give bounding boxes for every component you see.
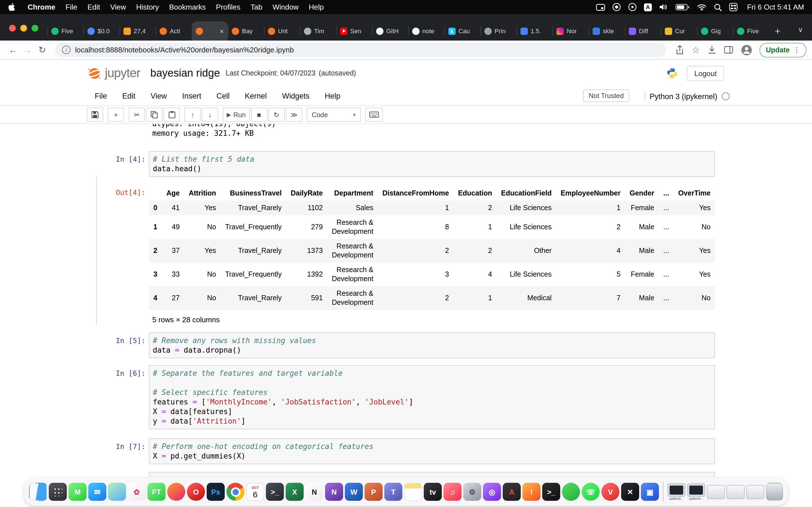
photos-dock-icon[interactable]: ✿ <box>128 483 146 501</box>
x-app-dock-icon[interactable]: ✕ <box>621 483 639 501</box>
browser-tab[interactable]: Bay <box>228 21 264 41</box>
warning-app-dock-icon[interactable]: ! <box>522 483 541 501</box>
vivaldi-dock-icon[interactable]: V <box>601 483 619 501</box>
cell-type-select[interactable]: Code▾ <box>306 108 361 122</box>
jupyter-menu-kernel[interactable]: Kernel <box>245 92 267 100</box>
window-close-button[interactable] <box>9 25 16 32</box>
python-window-thumbnail[interactable]: python3... <box>687 483 705 500</box>
system-settings-dock-icon[interactable]: ⚙ <box>463 483 481 501</box>
browser-tab[interactable]: Prin <box>480 21 516 41</box>
download-icon[interactable] <box>708 46 716 54</box>
browser-tab[interactable]: Sen <box>336 21 372 41</box>
paste-cell-button[interactable] <box>163 108 180 122</box>
window-zoom-button[interactable] <box>32 25 38 32</box>
launchpad-dock-icon[interactable] <box>49 483 67 501</box>
iterm-dock-icon[interactable]: >_ <box>266 483 284 501</box>
menubar-item-view[interactable]: View <box>105 3 131 11</box>
notes-dock-icon[interactable] <box>404 483 422 501</box>
opera-dock-icon[interactable]: O <box>187 483 205 501</box>
window-minimize-button[interactable] <box>20 25 27 32</box>
excel-dock-icon[interactable]: X <box>286 483 304 501</box>
tab-close-icon[interactable]: × <box>220 27 224 35</box>
browser-tab[interactable]: GitH <box>372 21 408 41</box>
jupyter-menu-file[interactable]: File <box>95 92 107 100</box>
window-status-icon[interactable] <box>596 4 605 10</box>
music-dock-icon[interactable]: ♫ <box>444 483 462 501</box>
menubar-item-history[interactable]: History <box>131 3 164 11</box>
minimized-window-thumbnail[interactable] <box>726 485 745 499</box>
onenote-dock-icon[interactable]: N <box>325 483 343 501</box>
chrome-dock-icon[interactable] <box>226 483 245 501</box>
menubar-app-name[interactable]: Chrome <box>22 3 60 11</box>
messages-dock-icon[interactable]: M <box>68 483 87 501</box>
menubar-item-window[interactable]: Window <box>267 3 304 11</box>
new-tab-button[interactable]: + <box>775 26 780 36</box>
control-center-icon[interactable] <box>729 3 738 11</box>
notebook-title[interactable]: bayesian ridge <box>150 67 220 79</box>
browser-tab[interactable]: Tim <box>300 21 336 41</box>
browser-tab[interactable]: Five <box>733 21 769 41</box>
menubar-item-profiles[interactable]: Profiles <box>211 3 246 11</box>
firefox-dock-icon[interactable] <box>167 483 185 501</box>
add-cell-button[interactable]: + <box>108 108 124 122</box>
minimized-window-thumbnail[interactable] <box>707 485 725 499</box>
green-app-dock-icon[interactable] <box>562 483 580 501</box>
volume-icon[interactable] <box>659 3 668 11</box>
jupyter-menu-help[interactable]: Help <box>325 92 341 100</box>
menubar-item-help[interactable]: Help <box>304 3 329 11</box>
record-status-icon[interactable] <box>612 3 621 11</box>
browser-tab[interactable]: 1.5. <box>516 21 553 41</box>
back-button[interactable]: ← <box>6 45 20 55</box>
jupyter-logo[interactable]: jupyter <box>87 66 140 81</box>
menubar-item-edit[interactable]: Edit <box>82 3 105 11</box>
logout-button[interactable]: Logout <box>687 66 724 81</box>
browser-tab[interactable]: skle <box>589 21 625 41</box>
browser-tab[interactable]: Cur <box>661 21 697 41</box>
browser-tab[interactable]: Five <box>47 21 84 41</box>
bookmark-star-icon[interactable]: ☆ <box>692 45 700 55</box>
teams-dock-icon[interactable]: T <box>384 483 402 501</box>
jupyter-menu-cell[interactable]: Cell <box>216 92 230 100</box>
jupyter-menu-edit[interactable]: Edit <box>122 92 136 100</box>
menubar-clock[interactable]: Fri 6 Oct 5:41 AM <box>747 3 804 11</box>
cut-cell-button[interactable]: ✂ <box>129 108 145 122</box>
photoshop-dock-icon[interactable]: Ps <box>207 483 225 501</box>
powerpoint-dock-icon[interactable]: P <box>364 483 383 501</box>
finder-dock-icon[interactable] <box>29 483 47 501</box>
code-input[interactable]: # Separate the features and target varia… <box>149 365 715 429</box>
terminal-dock-icon[interactable]: >_ <box>542 483 560 501</box>
address-bar[interactable]: i localhost:8888/notebooks/Active%20orde… <box>55 43 666 57</box>
browser-tab[interactable]: note <box>408 21 444 41</box>
profile-avatar-icon[interactable] <box>741 44 752 55</box>
podcasts-dock-icon[interactable]: ◎ <box>483 483 501 501</box>
python-window-thumbnail[interactable]: python3... <box>667 483 686 500</box>
spotlight-search-icon[interactable] <box>714 3 722 11</box>
run-cell-button[interactable]: ▶Run <box>223 108 250 122</box>
jupyter-menu-insert[interactable]: Insert <box>182 92 201 100</box>
code-input[interactable] <box>149 472 715 477</box>
menubar-item-file[interactable]: File <box>60 3 82 11</box>
facetime-dock-icon[interactable]: FT <box>147 483 165 501</box>
side-panel-icon[interactable] <box>724 46 733 54</box>
browser-tab[interactable]: Acti <box>156 21 192 41</box>
browser-menu-dots-icon[interactable]: ⋮ <box>793 46 800 54</box>
wifi-icon[interactable] <box>697 4 707 10</box>
browser-tab[interactable]: Nor <box>553 21 589 41</box>
apple-tv-dock-icon[interactable]: tv <box>424 483 442 501</box>
play-status-icon[interactable] <box>628 3 637 11</box>
browser-tab-active[interactable]: × <box>192 21 228 41</box>
acrobat-dock-icon[interactable]: A <box>503 483 521 501</box>
move-cell-down-button[interactable]: ↓ <box>202 108 218 122</box>
site-info-icon[interactable]: i <box>62 46 70 54</box>
browser-tab[interactable]: $0.0 <box>84 21 119 41</box>
code-input[interactable]: # List the first 5 datadata.head() <box>149 151 715 177</box>
maps-dock-icon[interactable] <box>108 483 126 501</box>
save-button[interactable] <box>87 108 103 122</box>
browser-tab[interactable]: Diff <box>625 21 661 41</box>
not-trusted-button[interactable]: Not Trusted <box>583 90 629 102</box>
browser-tab[interactable]: Unt <box>264 21 300 41</box>
calendar-dock-icon[interactable]: OCT6 <box>246 483 264 501</box>
restart-kernel-button[interactable]: ↻ <box>268 108 285 122</box>
update-chrome-button[interactable]: Update ⋮ <box>760 43 806 57</box>
tab-search-chevron-icon[interactable]: ∨ <box>798 26 803 34</box>
